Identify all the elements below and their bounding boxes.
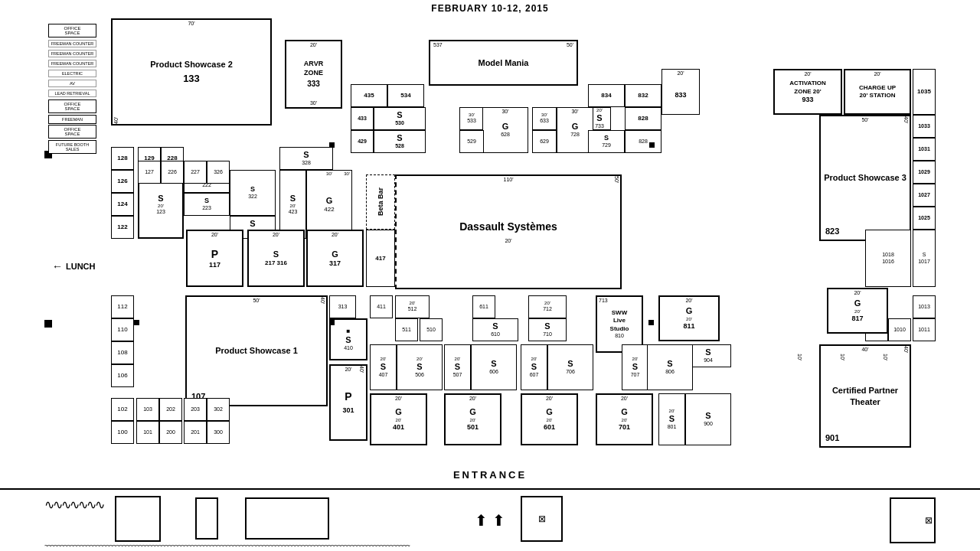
dim-10ft-right-1: 10': [883, 354, 888, 360]
s-icon-806: S: [667, 359, 672, 369]
booth-823: 50' 40' Product Showcase 3 823: [819, 115, 911, 241]
booth-107-height: 40': [319, 297, 325, 405]
booth-107-label: Product Showcase 1: [215, 345, 298, 356]
booth-s806: S 806: [647, 344, 693, 390]
booth-633: 30' 633: [532, 107, 557, 130]
s-icon-610: S: [492, 321, 498, 331]
booth-901-label: Certified Partner Theater: [821, 385, 910, 407]
sidebar-left: OFFICESPACE FREEMAN COUNTER FREEMAN COUN…: [47, 23, 97, 155]
booth-533: 30' 533: [459, 107, 484, 130]
booth-537-width: 50': [567, 42, 573, 48]
booth-1031: 1031: [913, 138, 936, 161]
booth-823-label: Product Showcase 3: [824, 172, 906, 183]
booth-933-label: ACTIVATIONZONE 20': [789, 80, 826, 96]
s-icon-217: S: [273, 249, 279, 259]
booth-313: 313: [329, 295, 356, 318]
booth-202: 202: [159, 398, 182, 421]
booth-103: 103: [136, 398, 159, 421]
s-icon-607: S: [531, 362, 537, 372]
entrance-wave-bottom: ~~~~~~~~~~~~~~~~~~~~~~~~~~~~~~~~~~~~~~~~…: [44, 542, 936, 549]
booth-127: 127: [138, 161, 161, 184]
booth-108: 108: [111, 341, 134, 364]
booth-s706: S 706: [547, 344, 593, 390]
lead-retrieval-label: LEAD RETRIEVAL: [48, 90, 96, 97]
booth-s610: S 610: [472, 318, 518, 341]
booth-417-num: 417: [375, 255, 385, 262]
booth-833: 20' 833: [662, 69, 700, 115]
s-icon-606: S: [491, 359, 496, 369]
booth-101: 101: [136, 421, 159, 444]
s-label-410: S: [345, 335, 351, 345]
booth-133-label: Product Showcase 2: [150, 59, 233, 70]
office-space-2: OFFICESPACE: [48, 99, 96, 113]
booth-1029: 1029: [913, 161, 936, 184]
dassault-size-label: 20': [505, 238, 511, 244]
dassault-width: 110': [397, 177, 620, 183]
booth-133-height: 40': [113, 20, 119, 124]
s-icon-410: ■: [347, 328, 351, 335]
booth-529: 529: [459, 130, 484, 153]
s-icon-900: S: [705, 411, 710, 421]
booth-333: 20' ARVRZONE 30' 333: [285, 40, 342, 109]
booth-1033: 1033: [913, 115, 936, 138]
floor-plan: FEBRUARY 10-12, 2015 OFFICESPACE FREEMAN…: [0, 0, 980, 551]
entrance-hall: ∿∿∿∿∿∿∿ ⬆ ⬆ ⊠ ⊠ ~~~~~~~~~~~~~~~~~~~~~~~~…: [0, 488, 980, 551]
booth-s900: S 900: [685, 393, 731, 445]
booth-823-height: 40': [903, 116, 909, 240]
beta-bar-label: Beta Bar: [377, 187, 384, 216]
door-symbol: ⊠: [521, 496, 563, 542]
freeman-counter-1: FREEMAN COUNTER: [48, 40, 96, 47]
booth-823-width: 50': [821, 117, 910, 123]
g-icon-728: G: [572, 122, 579, 132]
booth-1025: 1025: [913, 207, 936, 230]
booth-326: 326: [207, 161, 230, 184]
booth-429: 429: [351, 130, 374, 153]
office-space-1: OFFICESPACE: [48, 24, 96, 37]
s-icon-322b: S: [250, 219, 255, 229]
booth-1035-num: 1035: [917, 88, 931, 96]
g-icon-317: G: [332, 249, 338, 259]
booth-s507: 20' S 507: [444, 344, 471, 390]
s-icon-706: S: [567, 359, 573, 369]
booth-s423: S 20' 423: [279, 170, 306, 239]
black-sq-1: [329, 142, 335, 148]
booth-317-num: 317: [329, 259, 341, 268]
s-icon-530: S: [397, 110, 402, 120]
booth-828b: 828: [625, 130, 662, 153]
booth-106: 106: [111, 364, 134, 387]
reg-box-left: [115, 496, 161, 542]
s-icon-904: S: [705, 347, 710, 357]
booth-417: 417: [366, 230, 395, 287]
booth-100: 100: [111, 421, 134, 444]
booth-122: 122: [111, 216, 134, 239]
booth-s328: S 328: [279, 147, 333, 170]
booth-s710: S 710: [528, 318, 567, 341]
entrance-label: ENTRANCE: [0, 469, 980, 481]
freeman-label: FREEMAN: [48, 115, 96, 124]
booth-102: 102: [111, 398, 134, 421]
sww-label: SWWLiveStudio: [610, 309, 629, 333]
dim-10ft-right-2: 10': [840, 354, 845, 360]
booth-s528: S 528: [374, 130, 426, 153]
s-icon-733: S: [596, 113, 602, 123]
booth-133: 70' 40' Product Showcase 2 133: [111, 18, 272, 126]
booth-201: 201: [184, 421, 207, 444]
booth-302: 302: [207, 398, 230, 421]
booth-107-width: 50': [187, 298, 326, 304]
booth-s607: 20' S 607: [521, 344, 547, 390]
s-icon-729: S: [604, 134, 609, 142]
booth-333-width: 20': [286, 42, 341, 48]
booth-832: 832: [625, 84, 662, 107]
booth-411: 411: [370, 295, 393, 318]
booth-537: 50' 537 Model Mania: [429, 40, 578, 86]
booth-217-num: 217 316: [265, 259, 287, 267]
booth-s410: ■ S 410: [329, 318, 368, 360]
g-icon-601: G: [546, 407, 553, 417]
booth-301-num: 301: [342, 406, 354, 415]
booth-823-num: 823: [825, 227, 839, 236]
booth-g501: 20' G 20' 501: [444, 393, 501, 445]
booth-s223: S 223: [184, 193, 230, 216]
booth-537-label: Model Mania: [478, 57, 528, 68]
booth-g628: 30' G 628: [482, 107, 528, 153]
s-icon-707: S: [632, 362, 638, 372]
